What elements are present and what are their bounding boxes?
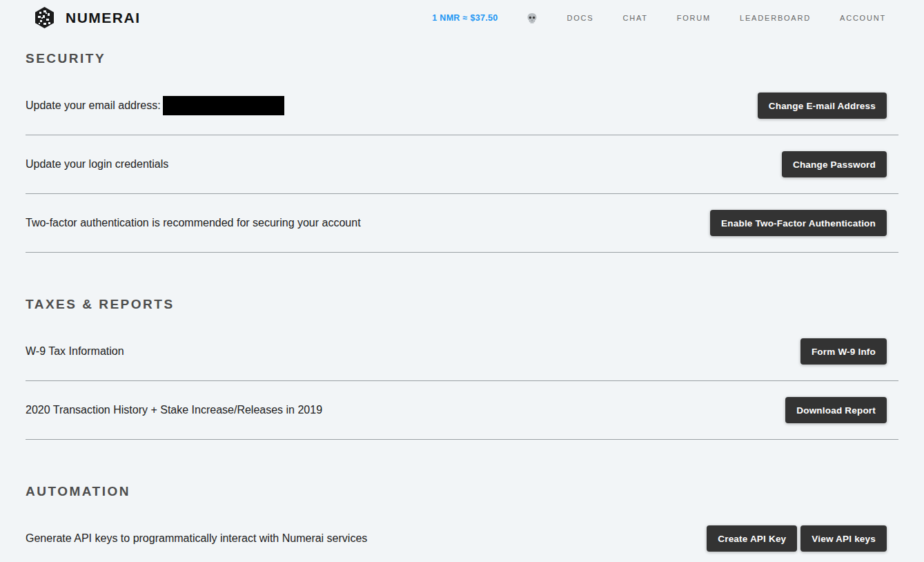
row-w9-tax: W-9 Tax Information Form W-9 Info: [26, 322, 898, 381]
row-label: 2020 Transaction History + Stake Increas…: [26, 404, 322, 416]
enable-2fa-button[interactable]: Enable Two-Factor Authentication: [710, 210, 887, 236]
nav-item-forum[interactable]: FORUM: [677, 14, 711, 22]
row-label: Two-factor authentication is recommended…: [26, 217, 361, 229]
section-title-automation: AUTOMATION: [26, 484, 898, 499]
download-report-button[interactable]: Download Report: [785, 397, 887, 423]
numerai-logo-icon: [33, 6, 56, 30]
row-update-email: Update your email address: Change E-mail…: [26, 77, 898, 135]
change-password-button[interactable]: Change Password: [782, 151, 887, 177]
row-transaction-history: 2020 Transaction History + Stake Increas…: [26, 381, 898, 440]
top-nav: NUMERAI 1 NMR ≈ $37.50 DOCS CHAT FORUM L…: [0, 0, 924, 36]
create-api-key-button[interactable]: Create API Key: [707, 525, 797, 552]
view-api-keys-button[interactable]: View API keys: [800, 525, 887, 552]
row-login-credentials: Update your login credentials Change Pas…: [26, 135, 898, 194]
nav-item-docs[interactable]: DOCS: [567, 14, 593, 22]
nav-links: 1 NMR ≈ $37.50 DOCS CHAT FORUM LEADERBOA…: [432, 12, 886, 24]
change-email-button[interactable]: Change E-mail Address: [758, 93, 887, 119]
row-label: Update your email address:: [26, 96, 284, 115]
brand[interactable]: NUMERAI: [33, 6, 141, 30]
row-two-factor: Two-factor authentication is recommended…: [26, 194, 898, 253]
row-label: Update your login credentials: [26, 158, 168, 171]
brand-name: NUMERAI: [66, 10, 141, 26]
section-title-security: SECURITY: [26, 51, 898, 66]
account-settings-page: SECURITY Update your email address: Chan…: [0, 51, 924, 562]
row-api-keys: Generate API keys to programmatically in…: [26, 510, 898, 562]
nav-item-chat[interactable]: CHAT: [622, 14, 647, 22]
nav-item-leaderboard[interactable]: LEADERBOARD: [740, 14, 811, 22]
row-label: Generate API keys to programmatically in…: [26, 532, 367, 545]
row-label: W-9 Tax Information: [26, 345, 124, 358]
section-title-taxes-reports: TAXES & REPORTS: [26, 297, 898, 312]
redacted-email-value: [163, 96, 284, 115]
nmr-price[interactable]: 1 NMR ≈ $37.50: [432, 13, 498, 23]
nav-item-account[interactable]: ACCOUNT: [840, 14, 886, 22]
form-w9-info-button[interactable]: Form W-9 Info: [800, 338, 887, 365]
skull-icon[interactable]: [527, 12, 538, 24]
